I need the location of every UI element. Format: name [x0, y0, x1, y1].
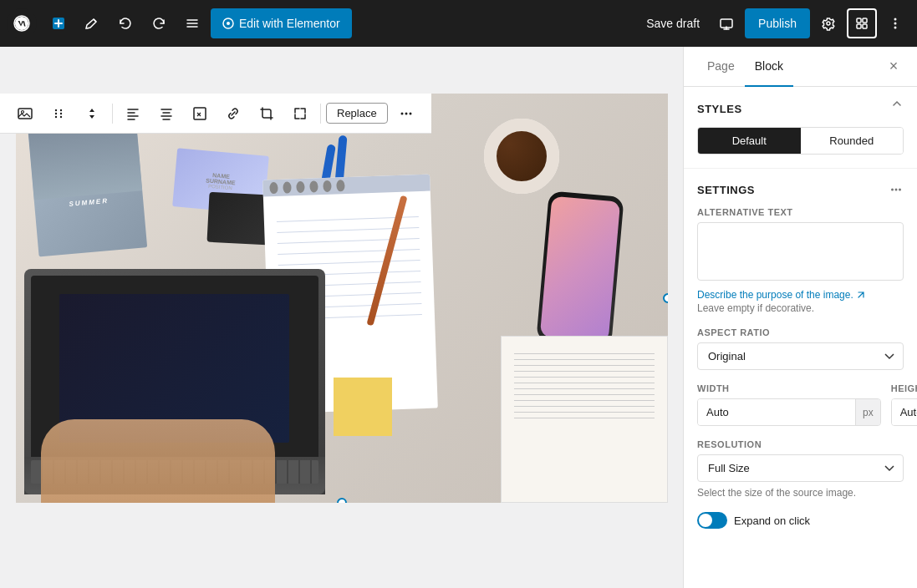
block-tab[interactable]: Block — [745, 47, 793, 87]
image-size-button[interactable] — [185, 99, 215, 129]
svg-rect-5 — [857, 18, 861, 23]
edit-with-elementor-button[interactable]: Edit with Elementor — [211, 8, 352, 38]
svg-point-16 — [55, 112, 57, 114]
main-layout: Replace SUMMER NA — [0, 47, 917, 588]
canvas-area: Replace SUMMER NA — [0, 47, 683, 588]
publish-button[interactable]: Publish — [745, 8, 810, 38]
leave-empty-text: Leave empty if decorative. — [697, 302, 904, 314]
block-editor-toggle[interactable] — [847, 8, 877, 38]
svg-point-3 — [227, 22, 230, 25]
svg-point-11 — [894, 27, 897, 29]
coffee-cup-decoration — [484, 119, 559, 194]
expand-on-click-label: Expand on click — [734, 514, 810, 527]
svg-point-17 — [60, 112, 62, 114]
height-input-row: px — [891, 398, 917, 426]
more-options-button[interactable] — [880, 8, 910, 38]
svg-point-24 — [891, 189, 894, 191]
crop-button[interactable] — [252, 99, 282, 129]
svg-rect-8 — [863, 24, 867, 28]
redo-button[interactable] — [144, 8, 174, 38]
rounded-style-button[interactable]: Rounded — [801, 128, 904, 154]
svg-point-13 — [22, 110, 24, 113]
settings-section-title: Settings — [697, 184, 755, 196]
image-container: SUMMER NAME SURNAME POSITION — [16, 94, 668, 503]
image-icon-button[interactable] — [10, 99, 40, 129]
aspect-ratio-label: ASPECT RATIO — [697, 327, 904, 337]
resize-handle-right[interactable] — [663, 293, 668, 303]
width-unit: px — [855, 399, 880, 425]
settings-more-options-button[interactable] — [889, 182, 904, 197]
image-toolbar: Replace — [0, 94, 431, 134]
wp-logo[interactable] — [7, 8, 37, 38]
documents-decoration — [501, 336, 668, 503]
replace-button[interactable]: Replace — [326, 103, 388, 124]
width-height-row: WIDTH px HEIGHT px — [697, 383, 904, 426]
svg-point-10 — [894, 23, 897, 25]
drag-handle-button[interactable] — [43, 99, 74, 129]
expand-on-click-row: Expand on click — [697, 512, 904, 529]
svg-point-26 — [899, 189, 901, 191]
width-group: WIDTH px — [697, 383, 881, 426]
style-buttons: Default Rounded — [697, 127, 904, 155]
move-up-down-button[interactable] — [77, 99, 107, 129]
width-label: WIDTH — [697, 383, 881, 393]
height-group: HEIGHT px — [891, 383, 917, 426]
list-view-button[interactable] — [177, 8, 207, 38]
expand-on-click-toggle[interactable] — [697, 512, 727, 529]
default-style-button[interactable]: Default — [698, 128, 801, 154]
alt-text-label: ALTERNATIVE TEXT — [697, 207, 904, 217]
image-more-options-button[interactable] — [391, 99, 421, 129]
panel-header: Page Block × — [684, 47, 917, 87]
aspect-ratio-select[interactable]: Original Square - 1:1 Standard - 4:3 Por… — [697, 342, 904, 370]
toolbar-divider-2 — [320, 104, 321, 124]
styles-section-toggle[interactable] — [890, 100, 904, 117]
resize-handle-bottom[interactable] — [337, 498, 347, 503]
alt-text-input[interactable] — [697, 222, 904, 281]
sticky-note-decoration — [334, 378, 392, 436]
right-panel: Page Block × Styles Default — [683, 47, 917, 588]
styles-section: Styles Default Rounded — [684, 87, 917, 169]
svg-rect-6 — [863, 18, 867, 23]
svg-rect-7 — [857, 24, 861, 28]
link-button[interactable] — [218, 99, 248, 129]
phone-decoration — [536, 190, 624, 347]
add-button[interactable] — [43, 8, 74, 38]
describe-purpose-link[interactable]: Describe the purpose of the image. — [697, 289, 904, 301]
page-tab[interactable]: Page — [697, 47, 745, 87]
preview-button[interactable] — [711, 8, 741, 38]
svg-point-23 — [409, 112, 411, 114]
undo-button[interactable] — [110, 8, 140, 38]
top-toolbar: Edit with Elementor Save draft Publish — [0, 0, 917, 47]
svg-point-19 — [60, 115, 62, 117]
height-input[interactable] — [892, 399, 917, 425]
settings-section-header: Settings — [697, 182, 904, 197]
svg-point-15 — [60, 109, 62, 110]
width-input[interactable] — [698, 399, 855, 425]
align-left-button[interactable] — [118, 99, 148, 129]
svg-point-14 — [55, 109, 57, 110]
resolution-group: RESOLUTION Thumbnail Medium Medium Large… — [697, 439, 904, 499]
settings-button[interactable] — [813, 8, 843, 38]
height-label: HEIGHT — [891, 383, 917, 393]
svg-point-9 — [894, 18, 897, 21]
svg-point-18 — [55, 115, 57, 117]
svg-point-21 — [400, 112, 403, 114]
resolution-select[interactable]: Thumbnail Medium Medium Large Large Full… — [697, 454, 904, 482]
aspect-ratio-group: ASPECT RATIO Original Square - 1:1 Stand… — [697, 327, 904, 370]
hands-decoration — [41, 419, 275, 503]
panel-close-button[interactable]: × — [884, 57, 904, 77]
svg-point-22 — [405, 112, 407, 114]
save-draft-button[interactable]: Save draft — [638, 12, 708, 35]
toolbar-divider-1 — [112, 104, 113, 124]
source-size-text: Select the size of the source image. — [697, 487, 904, 499]
align-center-button[interactable] — [151, 99, 181, 129]
pen-tool-button[interactable] — [77, 8, 107, 38]
width-input-row: px — [697, 398, 881, 426]
expand-button[interactable] — [285, 99, 315, 129]
styles-section-header: Styles — [697, 100, 904, 117]
styles-section-title: Styles — [697, 103, 742, 115]
alt-text-group: ALTERNATIVE TEXT Describe the purpose of… — [697, 207, 904, 314]
edit-elementor-label: Edit with Elementor — [239, 17, 340, 30]
svg-point-25 — [895, 189, 898, 191]
resolution-label: RESOLUTION — [697, 439, 904, 449]
